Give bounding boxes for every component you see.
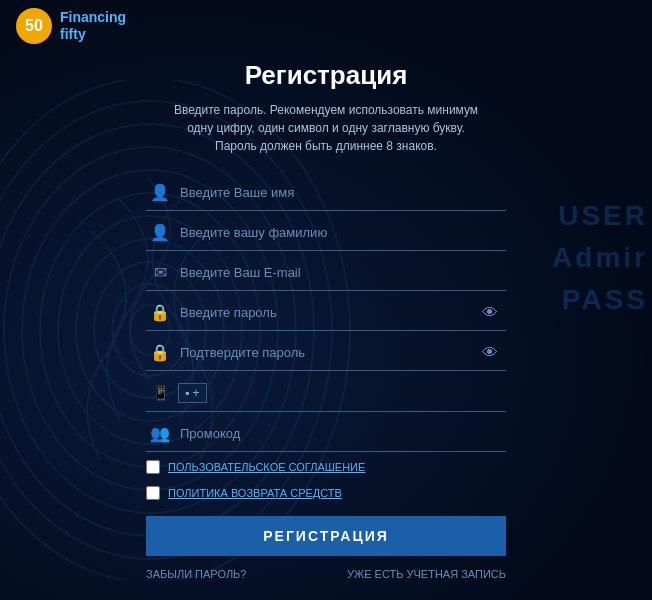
watermark-pass: PASS: [552, 284, 652, 316]
surname-input[interactable]: [180, 225, 502, 240]
promo-icon: 👥: [150, 424, 170, 443]
eye-icon-2[interactable]: 👁: [478, 344, 502, 362]
confirm-password-input[interactable]: [180, 345, 478, 360]
person-icon-2: 👤: [150, 223, 170, 242]
phone-icon: 📱: [150, 385, 170, 401]
watermark-user: USER: [552, 200, 652, 232]
eye-icon[interactable]: 👁: [478, 304, 502, 322]
surname-field: 👤: [146, 215, 506, 251]
password-input[interactable]: [180, 305, 478, 320]
name-input[interactable]: [180, 185, 502, 200]
confirm-password-field: 🔒 👁: [146, 335, 506, 371]
have-account-link[interactable]: УЖЕ ЕСТЬ УЧЕТНАЯ ЗАПИСЬ: [347, 568, 506, 580]
lock-icon-2: 🔒: [150, 343, 170, 362]
register-button[interactable]: РЕГИСТРАЦИЯ: [146, 516, 506, 556]
name-field: 👤: [146, 175, 506, 211]
email-icon: ✉: [150, 263, 170, 282]
bottom-links: ЗАБЫЛИ ПАРОЛЬ? УЖЕ ЕСТЬ УЧЕТНАЯ ЗАПИСЬ: [146, 560, 506, 580]
refund-label[interactable]: ПОЛИТИКА ВОЗВРАТА СРЕДСТВ: [168, 487, 342, 499]
header: 50 Financing fifty: [0, 0, 652, 52]
watermarks: USER Admir PASS: [552, 200, 652, 316]
password-field: 🔒 👁: [146, 295, 506, 331]
lock-icon: 🔒: [150, 303, 170, 322]
agreement-row: ПОЛЬЗОВАТЕЛЬСКОЕ СОГЛАШЕНИЕ: [146, 456, 506, 478]
refund-row: ПОЛИТИКА ВОЗВРАТА СРЕДСТВ: [146, 482, 506, 504]
logo-icon: 50: [16, 8, 52, 44]
agreement-label[interactable]: ПОЛЬЗОВАТЕЛЬСКОЕ СОГЛАШЕНИЕ: [168, 461, 365, 473]
main-content: Регистрация Введите пароль. Рекомендуем …: [146, 60, 506, 580]
promo-field: 👥: [146, 416, 506, 452]
country-code-selector[interactable]: ▪ +: [178, 383, 207, 403]
agreement-checkbox[interactable]: [146, 460, 160, 474]
phone-input[interactable]: [215, 386, 502, 401]
page-title: Регистрация: [245, 60, 408, 91]
forgot-password-link[interactable]: ЗАБЫЛИ ПАРОЛЬ?: [146, 568, 246, 580]
phone-field: 📱 ▪ +: [146, 375, 506, 412]
email-input[interactable]: [180, 265, 502, 280]
promo-input[interactable]: [180, 426, 502, 441]
watermark-admin: Admir: [552, 242, 652, 274]
logo-text: Financing fifty: [60, 9, 126, 43]
refund-checkbox[interactable]: [146, 486, 160, 500]
email-field: ✉: [146, 255, 506, 291]
page-subtitle: Введите пароль. Рекомендуем использовать…: [166, 101, 486, 155]
registration-form: 👤 👤 ✉ 🔒 👁 🔒 👁 📱 ▪ +: [146, 175, 506, 580]
person-icon: 👤: [150, 183, 170, 202]
